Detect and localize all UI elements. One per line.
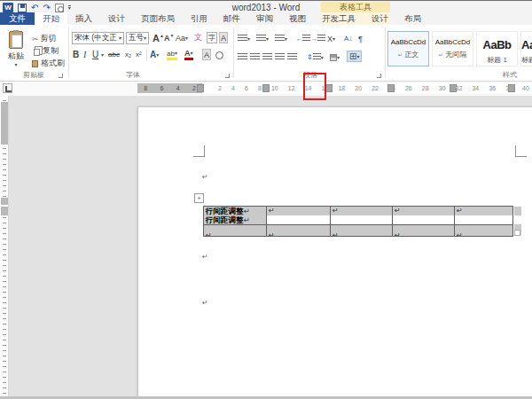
align-center-button[interactable] [250, 51, 260, 63]
table-cell[interactable]: 行间距调整↵ 行间距调整↵ [204, 207, 267, 224]
line-spacing-button[interactable]: ⇕▾ [307, 51, 324, 63]
ruler-number: 30 [439, 85, 446, 91]
tab-review[interactable]: 审阅 [248, 12, 281, 25]
tab-view[interactable]: 视图 [281, 12, 314, 25]
tab-references[interactable]: 引用 [183, 12, 215, 25]
highlight-caret-icon: ▾ [175, 51, 177, 56]
italic-button[interactable]: I [83, 49, 86, 60]
table-resize-handle[interactable] [514, 230, 520, 236]
table-cell[interactable]: ↵ [393, 207, 455, 224]
cut-button[interactable]: ✂ 剪切 [32, 33, 57, 44]
font-name-value: 宋体 (中文正 [74, 33, 117, 43]
justify-button[interactable] [275, 51, 285, 63]
italic-label: I [83, 50, 86, 59]
borders-button[interactable]: ⊞▾ [347, 51, 362, 62]
tab-developer[interactable]: 开发工具 [314, 12, 364, 25]
table-column-marker[interactable] [387, 84, 395, 92]
format-painter-button[interactable]: 格式刷 [32, 58, 65, 69]
copy-button[interactable]: 复制 [32, 45, 59, 57]
table-cell[interactable]: ↵ [267, 225, 331, 236]
asian-layout-button[interactable]: X▾ [327, 33, 335, 44]
sort-button[interactable]: A↓ [344, 33, 352, 44]
align-right-button[interactable] [262, 51, 272, 63]
table-cell[interactable]: ↵ [331, 207, 393, 224]
style-name: 无间隔 [445, 51, 466, 59]
shrink-font-button[interactable]: A▼ [164, 32, 174, 43]
style-sample: AaBb [477, 38, 517, 51]
grow-font-button[interactable]: A▲ [153, 32, 164, 43]
table-column-marker[interactable] [262, 84, 270, 92]
underline-button[interactable]: U [92, 49, 98, 60]
table-column-marker[interactable] [508, 84, 515, 92]
enclose-characters-button[interactable] [215, 50, 223, 61]
sort-icon: A↓ [344, 35, 352, 43]
vertical-ruler[interactable] [0, 96, 9, 399]
bullets-button[interactable]: ▾ [238, 33, 250, 44]
show-marks-button[interactable]: ¶ [358, 33, 363, 44]
font-size-combobox[interactable]: 五号 ▾ [126, 32, 149, 44]
paragraph-mark: ↵ [244, 215, 250, 224]
phonetic-guide-button[interactable]: 文 [194, 32, 202, 43]
ruler-number: 8 [144, 85, 147, 91]
character-shading-button[interactable]: A [219, 32, 228, 43]
paragraph-mark: ↵ [204, 231, 212, 236]
superscript-button[interactable]: x² [136, 49, 142, 60]
tab-home[interactable]: 开始 [35, 12, 67, 25]
table-column-marker[interactable] [450, 84, 457, 92]
horizontal-ruler[interactable]: 8 6 4 2 2 4 6 8 10 12 14 16 18 20 22 24 … [0, 82, 532, 96]
paragraph-mark: ↵ [202, 254, 208, 261]
multilevel-list-button[interactable]: ▾ [275, 33, 287, 44]
character-shading-toggle-button[interactable]: A [202, 49, 211, 60]
clipboard-dialog-launcher-icon[interactable] [59, 74, 63, 78]
tab-table-layout[interactable]: 布局 [396, 12, 429, 25]
paste-button[interactable]: 粘贴 ▾ [4, 29, 28, 68]
table-cell[interactable]: ↵ [393, 225, 455, 236]
table-cell[interactable]: ↵ [455, 207, 512, 224]
ruler-number: 6 [160, 85, 163, 91]
style-no-spacing[interactable]: AaBbCcDd ↵ 无间隔 [432, 31, 473, 66]
bold-button[interactable]: B [73, 49, 79, 60]
table-cell[interactable]: ↵ [267, 207, 331, 224]
subscript-button[interactable]: x₂ [125, 49, 131, 60]
style-heading-2[interactable]: AaB 标题 [520, 31, 532, 66]
table-cell[interactable]: ↵ [204, 225, 267, 236]
tab-table-design[interactable]: 设计 [364, 12, 396, 25]
character-border-button[interactable]: 字 [207, 32, 217, 43]
shading-button[interactable]: ▾ [330, 51, 340, 63]
decrease-indent-button[interactable]: ← [296, 33, 310, 44]
phonetic-guide-icon: 文 [194, 32, 202, 43]
strikethrough-button[interactable]: abc [108, 49, 120, 60]
text-effects-button[interactable]: A▾ [150, 49, 159, 60]
font-name-combobox[interactable]: 宋体 (中文正 ▾ [72, 32, 124, 44]
tab-file[interactable]: 文件 [0, 12, 35, 25]
align-left-button[interactable] [238, 51, 247, 63]
word-window: W ↶ ↷ ▾ word2013 - Word 表格工具 文件 开始 插入 设计… [0, 0, 532, 399]
ruler-number: 12 [288, 85, 295, 91]
tab-page-layout[interactable]: 页面布局 [133, 12, 183, 25]
font-color-button[interactable]: A▾ [184, 49, 193, 60]
table-column-marker[interactable] [197, 84, 204, 92]
highlight-button[interactable]: ab▾ [167, 49, 177, 60]
tab-selector-icon[interactable] [3, 83, 12, 93]
paragraph-dialog-launcher-icon[interactable] [377, 74, 381, 78]
character-shading-toggle-icon: A [204, 51, 209, 59]
table-cell[interactable]: ↵ [455, 225, 512, 236]
increase-indent-button[interactable]: → [311, 33, 325, 44]
tab-insert[interactable]: 插入 [67, 12, 100, 25]
table-move-handle[interactable]: + [194, 193, 204, 203]
font-dialog-launcher-icon[interactable] [225, 74, 230, 78]
grow-font-label: A [153, 33, 160, 43]
document-table[interactable]: 行间距调整↵ 行间距调整↵ ↵ ↵ ↵ ↵ ↵ ↵ ↵ ↵ ↵ [203, 206, 513, 237]
tab-design[interactable]: 设计 [100, 12, 133, 25]
table-column-marker[interactable] [325, 84, 332, 92]
underline-caret[interactable]: ▾ [101, 49, 104, 60]
table-cell[interactable]: ↵ [331, 225, 393, 236]
table-row-marker[interactable] [1, 207, 8, 215]
change-case-button[interactable]: Aa▾ [176, 32, 188, 43]
tab-mailings[interactable]: 邮件 [215, 12, 248, 25]
distributed-button[interactable] [287, 51, 297, 63]
numbering-button[interactable]: ▾ [256, 33, 269, 44]
style-heading-1[interactable]: AaBb 标题 1 [476, 31, 518, 66]
style-normal[interactable]: AaBbCcDd ↵ 正文 [387, 31, 429, 66]
table-row-marker[interactable] [1, 198, 8, 205]
